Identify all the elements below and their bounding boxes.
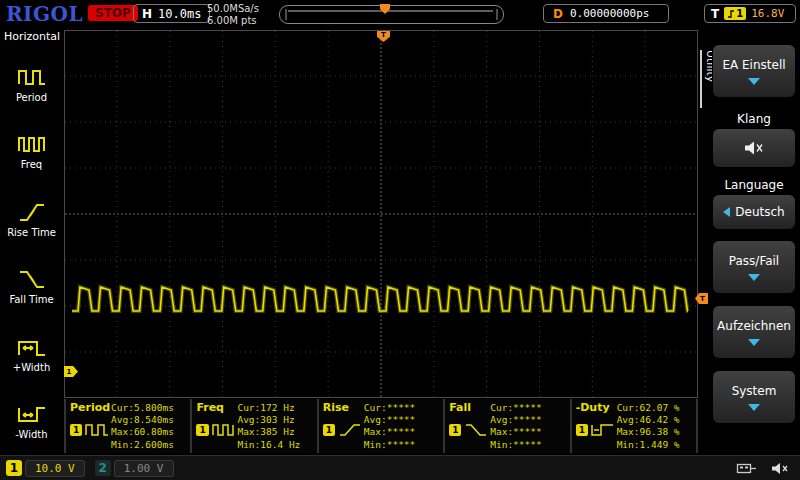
- run-state-badge: STOP: [88, 5, 138, 21]
- rise-glyph-icon: [338, 422, 362, 438]
- measurement-values: Cur:5.800ms Avg:8.540ms Max:60.80ms Min:…: [111, 402, 174, 451]
- channel2-status[interactable]: 2 1.00 V: [95, 460, 174, 477]
- menu-button-system[interactable]: System: [712, 370, 796, 424]
- measure-item-label: Period: [16, 92, 47, 103]
- measure-item-label: Rise Time: [7, 227, 56, 238]
- trigger-source-badge: 1: [724, 7, 746, 20]
- measurement-values: Cur:172 Hz Avg:303 Hz Max:385 Hz Min:16.…: [237, 402, 300, 451]
- measure-item-fall-time[interactable]: Fall Time: [0, 253, 63, 321]
- oscilloscope-screen: RIGOL STOP H 10.0ms 50.0MSa/s 6.00M pts …: [0, 0, 800, 480]
- menu-button-sound[interactable]: [712, 128, 796, 168]
- channel1-badge[interactable]: 1: [6, 460, 22, 476]
- speaker-icon: [743, 140, 765, 156]
- value-min: Min:16.4 Hz: [237, 439, 300, 451]
- channel2-scale: 1.00 V: [114, 460, 174, 477]
- fall-time-icon: [17, 267, 47, 291]
- delay-label: D: [553, 7, 563, 21]
- value-cur: Cur:5.800ms: [111, 402, 174, 414]
- chevron-left-icon: [723, 207, 730, 217]
- measure-item-period[interactable]: Period: [0, 50, 63, 118]
- channel-badge: 1: [449, 424, 461, 436]
- measure-item-label: Freq: [21, 159, 42, 170]
- fall-glyph-icon: [464, 422, 488, 438]
- timebase-value: 10.0ms: [158, 7, 201, 21]
- soft-menu: Utility EA Einstell Klang Language Deuts…: [700, 28, 800, 455]
- value-cur: Cur:*****: [490, 402, 541, 414]
- rigol-logo: RIGOL: [6, 2, 83, 26]
- chevron-down-icon: [748, 78, 760, 85]
- trigger-position-letter: T: [381, 31, 386, 39]
- measure-item-plus-width[interactable]: +Width: [0, 320, 63, 388]
- freq-glyph-icon: [212, 422, 236, 438]
- value-cur: Cur:*****: [364, 402, 415, 414]
- period-glyph-icon: [85, 422, 109, 438]
- value-min: Min:*****: [490, 439, 541, 451]
- grid-lines: [65, 31, 697, 397]
- value-min: Min:*****: [364, 439, 415, 451]
- measure-item-label: Fall Time: [9, 294, 53, 305]
- value-min: Min:2.600ms: [111, 439, 174, 451]
- measurement-panel-rise: Rise 1 Cur:***** Avg:***** Max:***** Min…: [317, 399, 443, 453]
- measurement-panel-fall: Fall 1 Cur:***** Avg:***** Max:***** Min…: [443, 399, 569, 453]
- minus-width-icon: [17, 402, 47, 426]
- channel1-scale: 10.0 V: [25, 460, 85, 477]
- plus-width-icon: [17, 335, 47, 359]
- measurement-panel-freq: Freq 1 Cur:172 Hz Avg:303 Hz Max:385 Hz …: [190, 399, 316, 453]
- measure-item-label: -Width: [15, 429, 47, 440]
- measure-item-minus-width[interactable]: -Width: [0, 388, 63, 456]
- horizontal-label: H: [142, 7, 152, 21]
- menu-button-label: Aufzeichnen: [717, 319, 791, 333]
- memory-waveform-preview[interactable]: [279, 5, 504, 24]
- value-avg: Avg:*****: [490, 414, 541, 426]
- measurement-panel-minus-duty: -Duty 1 Cur:62.07 % Avg:46.42 % Max:96.3…: [570, 399, 698, 453]
- value-cur: Cur:62.07 %: [617, 402, 680, 414]
- rise-time-icon: [17, 200, 47, 224]
- minus-duty-glyph-icon: [591, 422, 615, 438]
- value-cur: Cur:172 Hz: [237, 402, 300, 414]
- value-min: Min:1.449 %: [617, 439, 680, 451]
- measure-item-rise-time[interactable]: Rise Time: [0, 185, 63, 253]
- menu-button-label: Pass/Fail: [729, 254, 779, 268]
- measurement-values: Cur:***** Avg:***** Max:***** Min:*****: [364, 402, 415, 451]
- rising-edge-icon: [727, 9, 735, 19]
- menu-button-label: EA Einstell: [722, 58, 785, 72]
- channel-badge: 1: [323, 424, 335, 436]
- menu-button-label: System: [732, 384, 777, 398]
- language-label: Language: [712, 178, 796, 192]
- period-icon: [17, 65, 47, 89]
- measure-item-freq[interactable]: Freq: [0, 118, 63, 186]
- menu-button-io-setting[interactable]: EA Einstell: [712, 44, 796, 98]
- chevron-down-icon: [748, 274, 760, 281]
- trigger-label: T: [711, 7, 719, 21]
- freq-icon: [17, 132, 47, 156]
- memory-depth: 6.00M pts: [207, 15, 259, 27]
- graticule: [64, 30, 698, 398]
- trigger-status-box: T 1 16.8V: [704, 4, 796, 23]
- measure-menu-title: Horizontal: [0, 28, 63, 50]
- menu-button-record[interactable]: Aufzeichnen: [712, 305, 796, 359]
- status-icons: [736, 461, 800, 476]
- value-avg: Avg:303 Hz: [237, 414, 300, 426]
- value-max: Max:385 Hz: [237, 426, 300, 438]
- value-avg: Avg:8.540ms: [111, 414, 174, 426]
- measure-item-label: +Width: [13, 362, 50, 373]
- measurement-values: Cur:***** Avg:***** Max:***** Min:*****: [490, 402, 541, 451]
- value-avg: Avg:*****: [364, 414, 415, 426]
- value-max: Max:96.38 %: [617, 426, 680, 438]
- menu-button-language[interactable]: Deutsch: [712, 194, 796, 230]
- channel2-badge[interactable]: 2: [95, 460, 111, 476]
- waveform-ch1-glow: [72, 287, 688, 311]
- value-avg: Avg:46.42 %: [617, 414, 680, 426]
- measurement-values: Cur:62.07 % Avg:46.42 % Max:96.38 % Min:…: [617, 402, 680, 451]
- channel1-marker-number: 1: [67, 368, 72, 376]
- usb-icon: [736, 461, 758, 475]
- delay-box: D 0.00000000ps: [543, 4, 669, 23]
- channel-badge: 1: [196, 424, 208, 436]
- trigger-level-value: 16.8V: [751, 7, 784, 20]
- delay-value: 0.00000000ps: [570, 7, 649, 20]
- trigger-source: 1: [736, 7, 743, 20]
- chevron-down-icon: [748, 404, 760, 411]
- channel1-status[interactable]: 1 10.0 V: [6, 460, 85, 477]
- measurement-panel-period: Period 1 Cur:5.800ms Avg:8.540ms Max:60.…: [64, 399, 190, 453]
- menu-button-pass-fail[interactable]: Pass/Fail: [712, 240, 796, 294]
